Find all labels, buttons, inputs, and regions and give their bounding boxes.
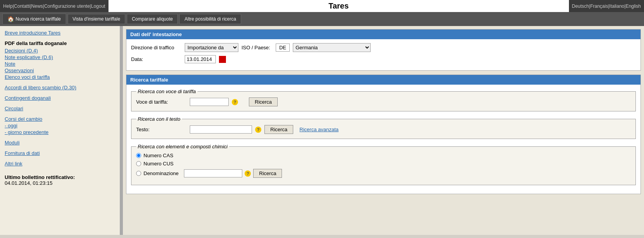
app-title: Tares	[108, 0, 569, 12]
link-accordi[interactable]: Accordi di libero scambio (D.30)	[5, 85, 115, 90]
voce-label: Voce di tariffa:	[136, 99, 187, 105]
link-circolari[interactable]: Circolari	[5, 106, 115, 111]
logout-link[interactable]: Logout	[91, 3, 105, 9]
radio-cus-label: Numero CUS	[144, 161, 173, 167]
link-altri[interactable]: Altri link	[5, 161, 115, 167]
voce-input[interactable]	[190, 98, 229, 106]
lang-english[interactable]: English	[626, 3, 641, 9]
testo-help-icon[interactable]: ?	[255, 127, 261, 133]
help-link[interactable]: Help	[3, 3, 13, 9]
chimici-group: Ricerca con elementi e composti chimici …	[131, 144, 636, 185]
link-fornitura[interactable]: Fornitura di dati	[5, 150, 115, 156]
btn-comparare[interactable]: Comparare aliquote	[127, 14, 178, 24]
direzione-select[interactable]: Importazione da Esportazione verso	[185, 43, 238, 52]
link-elenco[interactable]: Elenco voci di tariffa	[5, 74, 115, 80]
voce-group: Ricerca con voce di tariffa Voce di tari…	[131, 89, 636, 111]
sidebar-intro-link[interactable]: Breve introduzione Tares	[5, 30, 115, 36]
radio-cas-label: Numero CAS	[144, 153, 173, 158]
btn-nuova-ricerca[interactable]: 🏠 Nuova ricerca tariffale	[2, 14, 66, 24]
sidebar: Breve introduzione Tares PDF della tarif…	[0, 26, 121, 235]
ricerca-header: Ricerca tariffale	[126, 75, 640, 85]
denom-help-icon[interactable]: ?	[245, 170, 251, 177]
top-nav-right: Deutsch | Français | Italiano | English	[569, 0, 644, 12]
btn-altre[interactable]: Altre possibilità di ricerca	[179, 14, 241, 24]
calendar-icon[interactable]	[219, 56, 226, 63]
intestazione-header: Dati dell' intestazione	[126, 30, 640, 39]
link-oggi[interactable]: - oggi	[5, 123, 115, 129]
contatti-link[interactable]: Contatti	[14, 3, 30, 9]
paese-select[interactable]: Germania	[293, 43, 371, 52]
radio-denom-label: Denominazione	[144, 170, 178, 176]
footer-value: 04.01.2014, 01:23:15	[5, 180, 115, 186]
link-moduli[interactable]: Moduli	[5, 140, 115, 146]
ricerca-avanzata-link[interactable]: Ricerca avanzata	[299, 127, 338, 132]
link-giorno-prec[interactable]: - giorno precedente	[5, 129, 115, 135]
testo-ricerca-btn[interactable]: Ricerca	[264, 125, 293, 134]
voce-help-icon[interactable]: ?	[232, 99, 238, 105]
main-content: Dati dell' intestazione Direzione di tra…	[123, 26, 644, 235]
link-osservazioni[interactable]: Osservazioni	[5, 68, 115, 73]
link-contingenti[interactable]: Contingenti doganali	[5, 95, 115, 101]
intestazione-section: Dati dell' intestazione Direzione di tra…	[126, 29, 641, 71]
pdf-section-title: PDF della tariffa doganale	[5, 40, 115, 46]
radio-denom[interactable]	[136, 171, 141, 176]
link-note-esplicative[interactable]: Note esplicative (D.6)	[5, 54, 115, 60]
testo-label: Testo:	[136, 127, 187, 132]
btn-vista-insieme[interactable]: Vista d'insieme tariffale	[68, 14, 126, 24]
lang-deutsch[interactable]: Deutsch	[572, 3, 589, 9]
testo-legend: Ricerca con il testo	[136, 116, 182, 122]
denom-input[interactable]	[184, 169, 242, 177]
data-label: Data:	[131, 56, 182, 62]
footer-label: Ultimo bollettino rettificativo:	[5, 174, 115, 180]
testo-group: Ricerca con il testo Testo: ? Ricerca Ri…	[131, 116, 636, 139]
testo-input[interactable]	[190, 125, 252, 134]
lang-francais[interactable]: Français	[590, 3, 608, 9]
lang-italiano[interactable]: Italiano	[609, 3, 625, 9]
iso-label: ISO / Paese:	[242, 45, 273, 50]
radio-cus[interactable]	[136, 161, 141, 166]
link-decisioni[interactable]: Decisioni (D.4)	[5, 48, 115, 54]
news-link[interactable]: News	[31, 3, 43, 9]
chimici-ricerca-btn[interactable]: Ricerca	[253, 169, 282, 178]
voce-legend: Ricerca con voce di tariffa	[136, 89, 198, 94]
main-toolbar: 🏠 Nuova ricerca tariffale Vista d'insiem…	[0, 12, 644, 26]
direzione-label: Direzione di traffico	[131, 45, 182, 50]
link-note[interactable]: Note	[5, 61, 115, 67]
data-input[interactable]	[185, 55, 216, 63]
chimici-legend: Ricerca con elementi e composti chimici	[136, 144, 229, 149]
radio-cas[interactable]	[136, 153, 141, 158]
home-icon: 🏠	[7, 16, 14, 22]
ricerca-section: Ricerca tariffale Ricerca con voce di ta…	[126, 75, 641, 194]
iso-input[interactable]	[276, 43, 290, 52]
link-corsi[interactable]: Corsi del cambio	[5, 116, 115, 122]
voce-ricerca-btn[interactable]: Ricerca	[249, 97, 278, 106]
config-link[interactable]: Configurazione utente	[44, 3, 89, 9]
top-nav-left: Help | Contatti | News | Configurazione …	[0, 0, 108, 12]
